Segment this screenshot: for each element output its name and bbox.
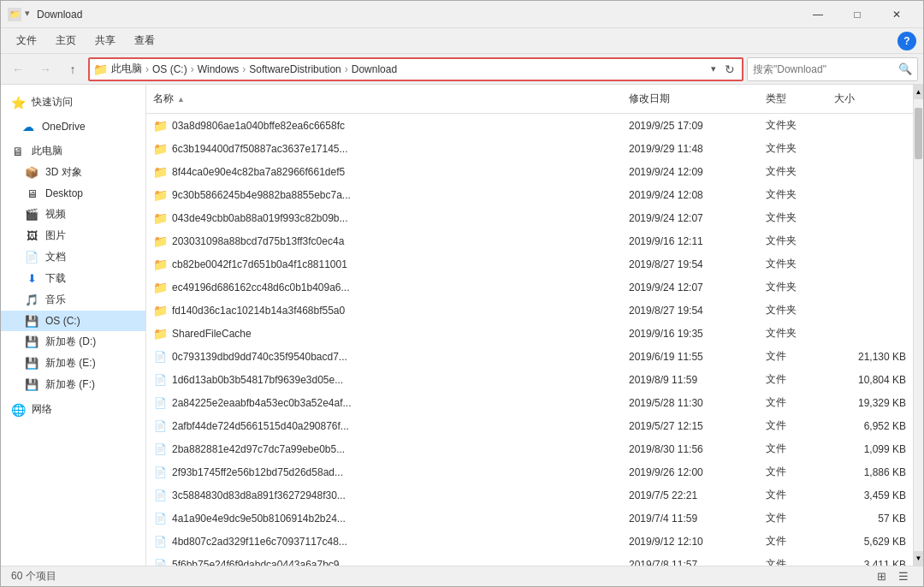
file-size-cell [827, 285, 913, 290]
col-header-name[interactable]: 名称 ▲ [146, 88, 622, 110]
table-row[interactable]: 📁 SharedFileCache 2019/9/16 19:35 文件夹 [146, 322, 913, 345]
minimize-button[interactable]: — [798, 1, 838, 28]
sidebar-item-os-c[interactable]: 💾 OS (C:) [1, 311, 145, 331]
table-row[interactable]: 📁 03a8d9806ae1a040bffe82ea6c6658fc 2019/… [146, 114, 913, 137]
search-input[interactable] [753, 63, 895, 75]
file-modified-cell: 2019/7/4 11:59 [622, 510, 759, 527]
file-name: 4a1a90e4e9dc9e50b8106914b2b24... [172, 513, 346, 525]
menu-home[interactable]: 主页 [47, 30, 85, 51]
column-headers: 名称 ▲ 修改日期 类型 大小 [146, 85, 913, 114]
file-size-cell [827, 146, 913, 151]
file-name-cell: 📄 4bd807c2ad329f11e6c70937117c48... [146, 532, 622, 551]
title-bar: 📁 ▾ Download — □ ✕ [1, 1, 923, 28]
file-modified-cell: 2019/5/27 12:15 [622, 418, 759, 435]
maximize-button[interactable]: □ [838, 1, 877, 28]
sidebar-item-drive-f[interactable]: 💾 新加卷 (F:) [1, 374, 145, 395]
file-modified-cell: 2019/8/27 19:54 [622, 256, 759, 273]
sidebar-item-music[interactable]: 🎵 音乐 [1, 289, 145, 311]
desktop-icon: 🖥 [25, 187, 38, 200]
table-row[interactable]: 📄 2ba882881e42d97c7dc7a99ebe0b5... 2019/… [146, 437, 913, 460]
sidebar-item-videos[interactable]: 🎬 视频 [1, 204, 145, 225]
table-row[interactable]: 📄 2f93b1745ff2e56b12bd75d26d58ad... 2019… [146, 460, 913, 483]
back-button[interactable]: ← [6, 57, 30, 81]
table-row[interactable]: 📄 5f6bb75e24f6f9dabdca0443a6a7bc9... 201… [146, 553, 913, 566]
menu-share[interactable]: 共享 [86, 30, 124, 51]
sidebar-item-3d[interactable]: 📦 3D 对象 [1, 162, 145, 183]
table-row[interactable]: 📁 cb82be0042f1c7d651b0a4f1c8811001 2019/… [146, 252, 913, 276]
file-modified-cell: 2019/9/16 19:35 [622, 325, 759, 342]
file-size-cell [827, 169, 913, 175]
col-header-modified[interactable]: 修改日期 [622, 88, 759, 110]
sidebar-item-onedrive[interactable]: ☁ OneDrive [1, 116, 145, 137]
file-name-cell: 📄 4a1a90e4e9dc9e50b8106914b2b24... [146, 509, 622, 528]
refresh-button[interactable]: ↻ [721, 61, 738, 78]
path-part-2[interactable]: Windows [198, 63, 240, 75]
table-row[interactable]: 📁 8f44ca0e90e4c82ba7a82966f661def5 2019/… [146, 160, 913, 183]
path-part-3[interactable]: SoftwareDistribution [249, 63, 341, 75]
path-sep-2: › [242, 63, 246, 75]
drive-f-icon: 💾 [25, 378, 38, 392]
close-button[interactable]: ✕ [877, 1, 916, 28]
table-row[interactable]: 📁 6c3b194400d7f50887ac3637e17145... 2019… [146, 137, 913, 160]
sidebar-item-drive-d[interactable]: 💾 新加卷 (D:) [1, 331, 145, 353]
path-part-1[interactable]: OS (C:) [152, 63, 187, 75]
col-header-type[interactable]: 类型 [759, 88, 827, 110]
file-name-cell: 📄 1d6d13ab0b3b54817bf9639e3d05e... [146, 371, 622, 389]
quick-access-toolbar[interactable]: ▾ [25, 8, 30, 21]
file-modified-cell: 2019/5/28 11:30 [622, 394, 759, 412]
file-icon: 📄 [153, 396, 167, 410]
sidebar-item-label: 音乐 [45, 293, 66, 307]
list-view-button[interactable]: ☰ [894, 567, 913, 586]
table-row[interactable]: 📁 9c30b5866245b4e9882ba8855ebc7a... 2019… [146, 183, 913, 206]
search-bar[interactable]: 🔍 [747, 57, 918, 81]
file-name: 2afbf44de724d5661515d40a290876f... [172, 420, 349, 432]
table-row[interactable]: 📄 1d6d13ab0b3b54817bf9639e3d05e... 2019/… [146, 368, 913, 391]
file-type-cell: 文件 [759, 485, 827, 505]
sidebar-item-drive-e[interactable]: 💾 新加卷 (E:) [1, 353, 145, 374]
sidebar-item-downloads[interactable]: ⬇ 下载 [1, 268, 145, 289]
scroll-track[interactable] [914, 99, 923, 551]
title-bar-icons: 📁 ▾ [8, 8, 30, 21]
table-row[interactable]: 📄 0c793139dbd9dd740c35f9540bacd7... 2019… [146, 345, 913, 368]
scroll-down-button[interactable]: ▼ [914, 551, 924, 566]
up-button[interactable]: ↑ [61, 57, 85, 81]
address-bar[interactable]: 📁 此电脑 › OS (C:) › Windows › SoftwareDist… [88, 57, 743, 81]
title-bar-controls: — □ ✕ [798, 1, 916, 28]
table-row[interactable]: 📁 043de49cbb0ab88a019f993c82b09b... 2019… [146, 206, 913, 229]
table-row[interactable]: 📄 4bd807c2ad329f11e6c70937117c48... 2019… [146, 530, 913, 553]
scrollbar[interactable]: ▲ ▼ [913, 85, 923, 566]
file-modified-cell: 2019/6/19 11:55 [622, 348, 759, 365]
file-type-cell: 文件 [759, 370, 827, 389]
table-row[interactable]: 📄 4a1a90e4e9dc9e50b8106914b2b24... 2019/… [146, 507, 913, 530]
path-part-4[interactable]: Download [352, 63, 397, 75]
file-type-cell: 文件夹 [759, 254, 827, 274]
table-row[interactable]: 📁 ec49196d686162cc48d6c0b1b409a6... 2019… [146, 276, 913, 299]
scroll-up-button[interactable]: ▲ [914, 85, 924, 99]
sidebar-item-quick-access[interactable]: ⭐ 快速访问 [1, 92, 145, 113]
table-row[interactable]: 📄 2afbf44de724d5661515d40a290876f... 201… [146, 414, 913, 437]
forward-button[interactable]: → [33, 57, 57, 81]
table-row[interactable]: 📁 fd140d36c1ac10214b14a3f468bf55a0 2019/… [146, 299, 913, 322]
path-part-0[interactable]: 此电脑 [111, 62, 142, 76]
file-type-cell: 文件 [759, 347, 827, 366]
grid-view-button[interactable]: ⊞ [872, 567, 891, 586]
music-icon: 🎵 [25, 294, 38, 307]
sidebar-item-pictures[interactable]: 🖼 图片 [1, 225, 145, 246]
table-row[interactable]: 📁 203031098a88bcd7d75b13ff3fc0ec4a 2019/… [146, 229, 913, 252]
menu-view[interactable]: 查看 [126, 30, 163, 51]
sidebar-item-thispc[interactable]: 🖥 此电脑 [1, 140, 145, 162]
sidebar-item-desktop[interactable]: 🖥 Desktop [1, 183, 145, 204]
file-type-cell: 文件夹 [759, 185, 827, 205]
scroll-thumb[interactable] [915, 108, 922, 159]
sidebar-item-network[interactable]: 🌐 网络 [1, 399, 145, 420]
file-icon: 📄 [153, 350, 167, 364]
table-row[interactable]: 📄 3c5884830d83d8a891f36272948f30... 2019… [146, 483, 913, 507]
address-chevron-icon[interactable]: ▾ [709, 62, 718, 76]
sidebar-item-documents[interactable]: 📄 文档 [1, 246, 145, 268]
col-header-size[interactable]: 大小 [827, 88, 913, 110]
table-row[interactable]: 📄 2a84225e2eaabfb4a53ec0b3a52e4af... 201… [146, 391, 913, 414]
help-button[interactable]: ? [897, 32, 916, 50]
file-icon: 📄 [153, 512, 167, 525]
menu-file[interactable]: 文件 [8, 30, 45, 51]
file-type-cell: 文件夹 [759, 162, 827, 181]
